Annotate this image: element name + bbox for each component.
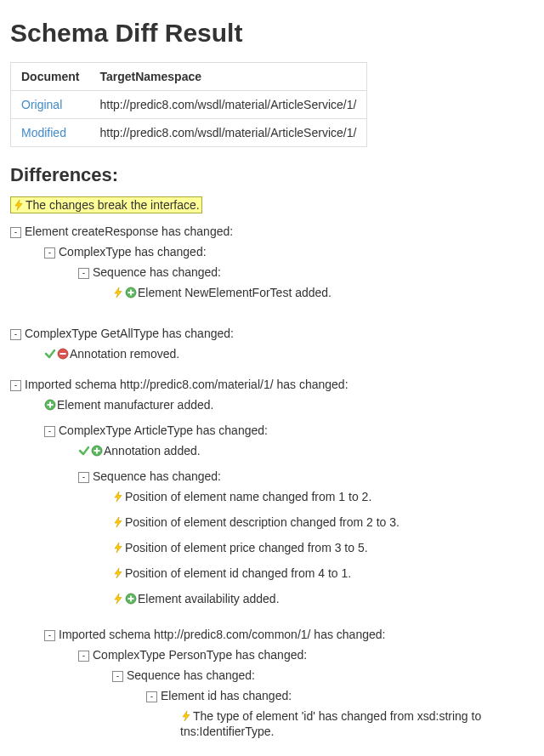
namespace-table: Document TargetNamespace Original http:/…: [10, 62, 367, 147]
tree-node: -ComplexType has changed:-Sequence has c…: [29, 239, 534, 315]
collapse-toggle[interactable]: -: [146, 691, 157, 702]
tree-node-label: Element availability added.: [138, 592, 280, 605]
tree-node: -Sequence has changed:-Element id has ch…: [97, 662, 534, 754]
svg-marker-13: [115, 492, 122, 502]
col-namespace: TargetNamespace: [89, 63, 366, 91]
tree-node-label: Sequence has changed:: [93, 265, 221, 279]
tree-node: -ComplexType ArticleType has changed:Ann…: [29, 418, 534, 622]
tree-node-label: Annotation removed.: [70, 347, 179, 361]
tree-node-label: Imported schema http://predic8.com/commo…: [59, 628, 385, 641]
minus-icon: [57, 348, 69, 360]
bolt-icon: [112, 567, 124, 579]
tree-node-label: Position of element description changed …: [125, 515, 400, 529]
plus-icon: [44, 399, 56, 411]
tree-node-label: Element manufacturer added.: [57, 398, 213, 412]
tree-node-label: Position of element name changed from 1 …: [125, 490, 371, 503]
plus-icon: [125, 287, 137, 298]
check-icon: [78, 445, 90, 457]
tree-node-label: Element createResponse has changed:: [25, 225, 233, 238]
plus-icon: [125, 593, 137, 605]
tree-node: -Element id has changed:The type of elem…: [131, 683, 534, 749]
tree-node: Annotation removed.: [29, 341, 534, 367]
svg-marker-17: [115, 594, 122, 604]
col-document: Document: [11, 63, 90, 91]
bolt-icon: [13, 199, 25, 211]
svg-marker-0: [15, 200, 22, 210]
tree-node-label: Sequence has changed:: [93, 469, 221, 483]
bolt-icon: [112, 542, 124, 554]
tree-node: Element NewElementForTest added.: [97, 280, 534, 305]
tree-node-label: Element NewElementForTest added.: [138, 286, 332, 299]
svg-rect-20: [128, 598, 134, 600]
svg-marker-16: [115, 568, 122, 578]
tree-node-label: ComplexType ArticleType has changed:: [59, 423, 268, 437]
namespace-value: http://predic8.com/wsdl/material/Article…: [89, 91, 366, 119]
svg-marker-1: [115, 287, 122, 298]
tree-node: -ComplexType GetAllType has changed:Anno…: [10, 321, 534, 372]
collapse-toggle[interactable]: -: [10, 329, 21, 340]
collapse-toggle[interactable]: -: [44, 630, 55, 641]
svg-rect-6: [60, 353, 66, 355]
tree-node-label: ComplexType GetAllType has changed:: [25, 327, 234, 340]
tree-node-label: Position of element price changed from 3…: [125, 541, 368, 554]
break-warning-text: The changes break the interface.: [26, 198, 200, 212]
bolt-icon: [180, 710, 192, 722]
tree-node: Position of element description changed …: [97, 509, 534, 535]
collapse-toggle[interactable]: -: [78, 472, 89, 483]
tree-node-label: Element id has changed:: [161, 689, 292, 702]
diff-tree: -Element createResponse has changed:-Com…: [10, 219, 534, 756]
tree-node: -Element createResponse has changed:-Com…: [10, 219, 534, 321]
collapse-toggle[interactable]: -: [78, 268, 89, 279]
collapse-toggle[interactable]: -: [44, 247, 55, 259]
svg-marker-21: [183, 711, 190, 721]
tree-node-label: The type of element 'id' has changed fro…: [180, 709, 481, 738]
modified-link[interactable]: Modified: [21, 126, 66, 139]
tree-node: Annotation added.: [63, 438, 534, 463]
check-icon: [44, 348, 56, 360]
collapse-toggle[interactable]: -: [10, 227, 21, 238]
svg-rect-4: [128, 292, 134, 293]
tree-node: Position of element price changed from 3…: [97, 535, 534, 560]
tree-node: -Sequence has changed:Element NewElement…: [63, 259, 534, 310]
svg-marker-14: [115, 517, 122, 527]
tree-node-label: Position of element id changed from 4 to…: [125, 566, 351, 580]
bolt-icon: [112, 593, 124, 605]
table-row: Original http://predic8.com/wsdl/materia…: [11, 91, 367, 119]
svg-rect-12: [94, 450, 100, 452]
tree-node: Position of element name changed from 1 …: [97, 484, 534, 509]
tree-node: -Imported schema http://predic8.com/comm…: [29, 622, 534, 756]
svg-marker-15: [115, 543, 122, 553]
tree-node-label: ComplexType has changed:: [59, 245, 207, 259]
collapse-toggle[interactable]: -: [10, 380, 21, 391]
tree-node-label: Imported schema http://predic8.com/mater…: [25, 378, 348, 391]
differences-heading: Differences:: [10, 164, 534, 186]
tree-node-label: Sequence has changed:: [127, 668, 255, 682]
bolt-icon: [112, 516, 124, 528]
table-row: Modified http://predic8.com/wsdl/materia…: [11, 119, 367, 147]
break-warning-banner: The changes break the interface.: [10, 196, 202, 213]
collapse-toggle[interactable]: -: [112, 671, 123, 682]
tree-node: Element availability added.: [97, 586, 534, 611]
tree-node-label: ComplexType PersonType has changed:: [93, 648, 307, 662]
svg-rect-9: [48, 404, 54, 406]
bolt-icon: [112, 491, 124, 503]
collapse-toggle[interactable]: -: [78, 651, 89, 662]
collapse-toggle[interactable]: -: [44, 426, 55, 437]
bolt-icon: [112, 287, 124, 298]
tree-node: -Imported schema http://predic8.com/mate…: [10, 372, 534, 756]
tree-node: The type of element 'id' has changed fro…: [165, 703, 534, 744]
tree-node: -Sequence has changed:Position of elemen…: [63, 463, 534, 617]
tree-node: Element manufacturer added.: [29, 392, 534, 418]
namespace-value: http://predic8.com/wsdl/material/Article…: [89, 119, 366, 147]
plus-icon: [91, 445, 103, 457]
tree-node: -ComplexType PersonType has changed:-Seq…: [63, 642, 534, 756]
tree-node: Position of element id changed from 4 to…: [97, 560, 534, 586]
original-link[interactable]: Original: [21, 98, 62, 111]
page-title: Schema Diff Result: [10, 19, 534, 47]
tree-node-label: Annotation added.: [104, 444, 201, 458]
